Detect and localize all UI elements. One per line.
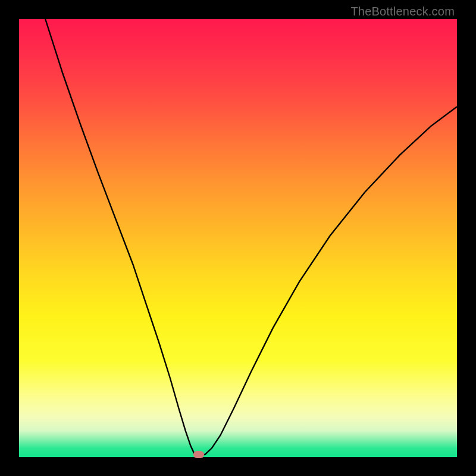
chart-frame: TheBottleneck.com [0,0,476,476]
plot-area [19,19,457,457]
minimum-marker [193,451,204,458]
watermark-text: TheBottleneck.com [350,5,455,18]
curve-svg [19,19,457,457]
bottleneck-curve [45,19,457,456]
